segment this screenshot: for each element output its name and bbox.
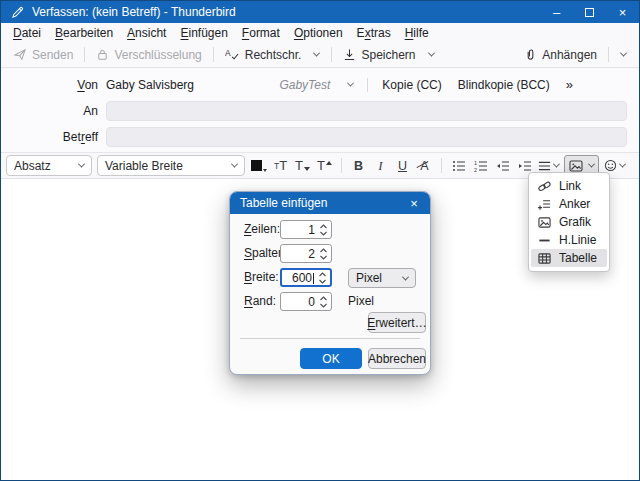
minimize-button[interactable]: –	[540, 1, 573, 23]
menu-hilfe[interactable]: Hilfe	[398, 23, 436, 42]
triangle-down-icon	[304, 167, 310, 171]
cancel-button[interactable]: Abbrechen	[368, 348, 426, 369]
dialog-titlebar: Tabelle einfügen ×	[230, 192, 430, 214]
maximize-button[interactable]	[573, 1, 606, 23]
font-value: Variable Breite	[105, 159, 183, 173]
border-label: Rand:	[244, 294, 276, 308]
text-caret	[313, 273, 314, 284]
more-addressing-button[interactable]: »	[566, 77, 573, 92]
rows-value: 1	[281, 223, 316, 237]
outdent-button[interactable]	[494, 155, 511, 176]
text-color-button[interactable]	[250, 155, 267, 176]
chevron-down-icon	[619, 161, 626, 168]
menu-optionen[interactable]: Optionen	[287, 23, 350, 42]
image-icon	[538, 216, 551, 229]
insert-menu-link-label: Link	[559, 179, 581, 193]
bullet-list-button[interactable]	[450, 155, 467, 176]
menu-bearbeiten[interactable]: Bearbeiten	[48, 23, 120, 42]
triangle-up-icon	[326, 161, 332, 165]
vertical-separator	[367, 78, 368, 92]
width-unit-select[interactable]: Pixel	[348, 268, 416, 288]
cc-button[interactable]: Kopie (CC)	[382, 78, 441, 92]
addressing-area: Von Gaby Salvisberg GabyTest Kopie (CC) …	[1, 68, 639, 153]
dialog-title: Tabelle einfügen	[240, 196, 327, 210]
numbered-list-button[interactable]: 12	[472, 155, 489, 176]
paragraph-style-select[interactable]: Absatz	[6, 155, 92, 176]
menu-extras[interactable]: Extras	[350, 23, 398, 42]
menu-einfuegen[interactable]: Einfügen	[173, 23, 234, 42]
rows-label: Zeilen:	[244, 222, 280, 236]
insert-menu-image[interactable]: Grafik	[531, 213, 607, 231]
encryption-button[interactable]: Verschlüsselung	[92, 46, 205, 64]
remove-formatting-button[interactable]: A	[416, 155, 433, 176]
columns-spinner[interactable]: 2	[280, 244, 332, 263]
numbered-list-icon: 12	[474, 160, 488, 172]
spinner-arrows-icon[interactable]	[316, 295, 331, 309]
border-spinner[interactable]: 0	[280, 292, 332, 311]
close-button[interactable]: ×	[606, 1, 639, 23]
from-value[interactable]: Gaby Salvisberg	[106, 78, 194, 92]
spellcheck-dropdown[interactable]	[309, 50, 324, 59]
insert-menu-link[interactable]: Link	[531, 177, 607, 195]
insert-menu-hline[interactable]: H.Linie	[531, 231, 607, 249]
spellcheck-button[interactable]: A Rechtschr.	[221, 46, 306, 64]
italic-button[interactable]: I	[372, 155, 389, 176]
identity-selector[interactable]: GabyTest	[279, 78, 353, 92]
attach-dropdown[interactable]	[616, 50, 631, 59]
chevron-down-icon	[78, 161, 85, 168]
attach-button[interactable]: Anhängen	[520, 46, 601, 64]
font-size-button[interactable]: TT	[272, 155, 289, 176]
width-spinner[interactable]: 600	[280, 268, 332, 287]
smiley-icon	[604, 159, 617, 172]
compose-pencil-icon	[11, 6, 24, 19]
subject-label: Betreff	[1, 130, 98, 144]
dialog-close-button[interactable]: ×	[406, 196, 422, 211]
menu-datei[interactable]: Datei	[6, 23, 48, 42]
chevron-down-icon	[620, 50, 627, 57]
chevron-down-icon	[231, 161, 238, 168]
spinner-arrows-icon[interactable]	[315, 271, 330, 285]
menu-ansicht[interactable]: Ansicht	[120, 23, 173, 42]
toolbar-separator	[341, 158, 342, 173]
save-dropdown[interactable]	[424, 50, 439, 59]
paragraph-style-value: Absatz	[14, 159, 51, 173]
increase-font-size-button[interactable]: T	[316, 155, 333, 176]
spinner-arrows-icon[interactable]	[316, 247, 331, 261]
underline-button[interactable]: U	[394, 155, 411, 176]
border-unit-text: Pixel	[348, 294, 374, 308]
advanced-button[interactable]: Erweitert…	[368, 312, 426, 333]
font-select[interactable]: Variable Breite	[97, 155, 245, 176]
subject-input[interactable]	[106, 127, 627, 147]
toolbar-separator	[84, 47, 85, 62]
width-label: Breite:	[244, 270, 279, 284]
menu-format[interactable]: Format	[235, 23, 287, 42]
chevron-down-icon	[588, 161, 595, 168]
window-title: Verfassen: (kein Betreff) - Thunderbird	[32, 5, 236, 19]
compose-window: Verfassen: (kein Betreff) - Thunderbird …	[0, 0, 640, 481]
svg-text:1: 1	[474, 160, 477, 166]
bullet-list-icon	[452, 160, 466, 172]
align-icon	[538, 160, 551, 172]
insert-menu-table[interactable]: Tabelle	[531, 249, 607, 267]
toolbar-separator	[441, 158, 442, 173]
insert-image-icon	[569, 160, 583, 172]
insert-table-dialog: Tabelle einfügen × Zeilen: 1 Spalten: 2 …	[229, 191, 431, 375]
ok-button[interactable]: OK	[300, 348, 362, 369]
toolbar-separator	[608, 47, 609, 62]
send-button[interactable]: Senden	[9, 46, 77, 64]
spinner-arrows-icon[interactable]	[316, 223, 331, 237]
save-button[interactable]: Speichern	[339, 46, 419, 64]
menubar: Datei Bearbeiten Ansicht Einfügen Format…	[1, 23, 639, 42]
bold-button[interactable]: B	[350, 155, 367, 176]
rows-spinner[interactable]: 1	[280, 220, 332, 239]
border-value: 0	[281, 295, 316, 309]
chevron-down-icon	[347, 80, 354, 87]
insert-menu-anchor-label: Anker	[559, 197, 590, 211]
to-input[interactable]	[106, 101, 627, 121]
chevron-down-icon	[553, 161, 560, 168]
compose-toolbar: Senden Verschlüsselung A Rechtschr. Spei…	[1, 42, 639, 68]
decrease-font-size-button[interactable]: T	[294, 155, 311, 176]
maximize-icon	[585, 8, 594, 17]
insert-menu-anchor[interactable]: Anker	[531, 195, 607, 213]
bcc-button[interactable]: Blindkopie (BCC)	[458, 78, 550, 92]
